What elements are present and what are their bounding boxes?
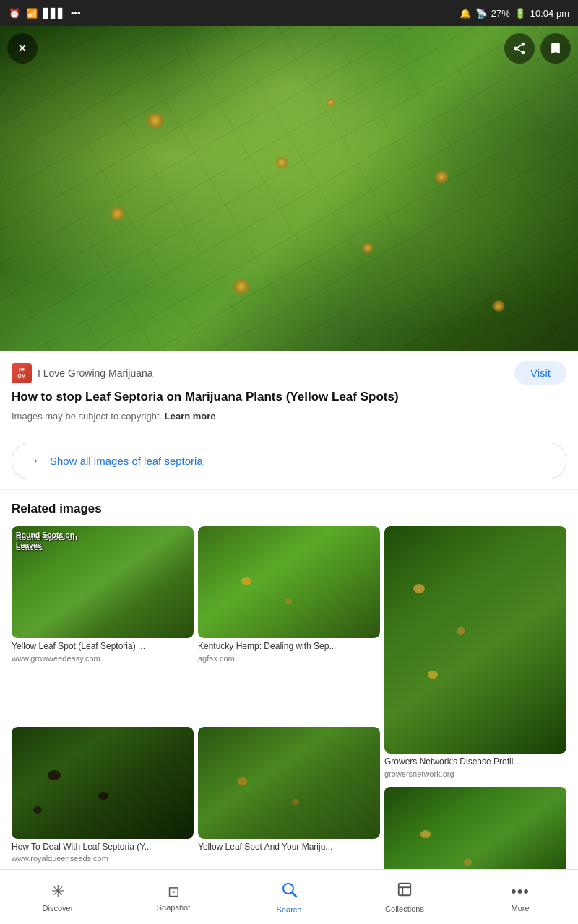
spots-overlay <box>0 26 578 351</box>
wifi-icon: 📶 <box>26 8 38 19</box>
related-image-item-3[interactable]: Growers Network's Disease Profil... grow… <box>384 526 566 923</box>
svg-line-1 <box>293 892 297 897</box>
main-content: × I❤GM I Love Gro <box>0 26 578 924</box>
leaf-image-1: Round Spots on Leaves <box>12 526 194 638</box>
related-image-label-3: Growers Network's Disease Profil... <box>384 757 566 768</box>
show-all-label: Show all images of leaf septoria <box>50 455 203 467</box>
related-section: Related images Round Spots on Leaves Yel… <box>0 490 578 924</box>
alarm-icon: ⏰ <box>9 8 20 19</box>
battery-level: 27% <box>491 8 510 19</box>
related-image-2 <box>198 526 380 638</box>
related-image-label-2: Kentucky Hemp: Dealing with Sep... <box>198 641 380 653</box>
collections-icon <box>397 881 413 902</box>
source-logo: I❤GM <box>12 363 32 383</box>
related-image-item-2[interactable]: Kentucky Hemp: Dealing with Sep... agfax… <box>198 526 380 723</box>
related-image-source-2: agfax.com <box>198 654 380 663</box>
learn-more-link[interactable]: Learn more <box>165 411 216 422</box>
search-icon <box>280 881 298 902</box>
nav-collections[interactable]: Collections <box>347 870 462 924</box>
leaf-image-3 <box>384 526 566 754</box>
time-display: 10:04 pm <box>530 8 569 19</box>
bookmark-button[interactable] <box>540 33 571 64</box>
arrow-right-icon: → <box>27 453 40 468</box>
related-image-1: Round Spots on Leaves <box>12 526 194 638</box>
discover-icon: ✳ <box>51 882 64 901</box>
header-buttons: × <box>7 33 571 64</box>
show-all-section: → Show all images of leaf septoria <box>0 432 578 490</box>
leaf-image-2 <box>198 526 380 638</box>
related-image-source-4: www.royalqueenseeds.com <box>12 854 194 863</box>
search-label: Search <box>277 905 302 914</box>
related-image-item-1[interactable]: Round Spots on Leaves Yellow Leaf Spot (… <box>12 526 194 723</box>
leaf-image-4 <box>12 727 194 839</box>
signal-icon: ▋▋▋ <box>43 8 65 19</box>
copyright-text: Images may be subject to copyright. Lear… <box>12 411 566 422</box>
related-images-grid: Round Spots on Leaves Yellow Leaf Spot (… <box>12 526 566 924</box>
snapshot-label: Snapshot <box>157 903 190 912</box>
svg-rect-2 <box>399 883 411 895</box>
related-image-source-3: growersnetwork.org <box>384 770 566 778</box>
status-bar: ⏰ 📶 ▋▋▋ ••• 🔔 📡 27% 🔋 10:04 pm <box>0 0 578 26</box>
wifi-status-icon: 📡 <box>475 8 487 19</box>
nav-more[interactable]: ••• More <box>462 870 578 924</box>
related-image-label-1: Yellow Leaf Spot (Leaf Septoria) ... <box>12 641 194 653</box>
nav-snapshot[interactable]: ⊡ Snapshot <box>116 870 231 924</box>
more-label: More <box>511 904 529 912</box>
snapshot-icon: ⊡ <box>168 883 180 900</box>
bottom-navigation: ✳ Discover ⊡ Snapshot Search Collections… <box>0 869 578 924</box>
status-left: ⏰ 📶 ▋▋▋ ••• <box>9 8 81 19</box>
source-name: I Love Growing Marijuana <box>38 367 153 379</box>
more-icon: ••• <box>511 882 530 901</box>
close-button[interactable]: × <box>7 33 38 64</box>
menu-dots: ••• <box>71 8 81 19</box>
related-image-3 <box>384 526 566 754</box>
nav-search[interactable]: Search <box>231 870 347 924</box>
source-info: I❤GM I Love Growing Marijuana <box>12 363 153 383</box>
related-image-label-5: Yellow Leaf Spot And Your Mariju... <box>198 842 380 853</box>
image-title: How to stop Leaf Septoria on Marijuana P… <box>12 389 566 405</box>
related-image-5 <box>198 727 380 839</box>
visit-button[interactable]: Visit <box>514 361 566 385</box>
nav-discover[interactable]: ✳ Discover <box>0 870 116 924</box>
related-image-4 <box>12 727 194 839</box>
collections-label: Collections <box>385 905 424 913</box>
leaf-image-5 <box>198 727 380 839</box>
related-images-title: Related images <box>12 502 566 516</box>
related-image-label-4: How To Deal With Leaf Septoria (Y... <box>12 842 194 853</box>
hero-image: × <box>0 26 578 351</box>
alarm-status-icon: 🔔 <box>460 8 471 19</box>
header-action-buttons <box>504 33 571 64</box>
source-row: I❤GM I Love Growing Marijuana Visit <box>12 361 566 385</box>
battery-icon: 🔋 <box>514 8 526 19</box>
show-all-button[interactable]: → Show all images of leaf septoria <box>12 443 566 479</box>
status-right: 🔔 📡 27% 🔋 10:04 pm <box>460 8 569 19</box>
info-section: I❤GM I Love Growing Marijuana Visit How … <box>0 351 578 432</box>
discover-label: Discover <box>43 904 74 912</box>
related-image-source-1: www.growweedeasy.com <box>12 654 194 663</box>
share-button[interactable] <box>504 33 535 64</box>
